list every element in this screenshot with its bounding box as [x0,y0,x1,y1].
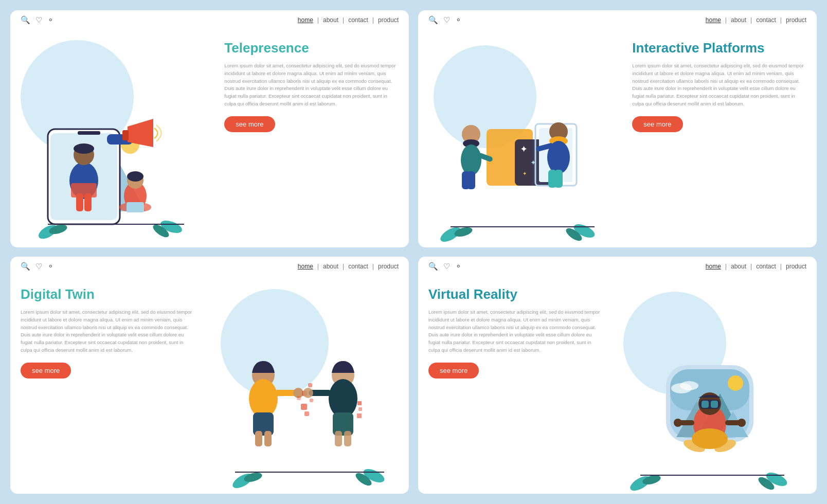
nav-contact-1[interactable]: contact [348,16,368,24]
virtual-reality-svg [630,350,795,494]
svg-point-17 [127,171,143,182]
nav-about-1[interactable]: about [323,16,338,24]
illustration-telepresence [10,30,219,247]
nav-links-2: home | about | contact | product [706,16,806,24]
nav-icons-4: 🔍 ♡ ⚬ [428,262,462,271]
search-icon-4[interactable]: 🔍 [428,262,438,271]
search-icon-1[interactable]: 🔍 [21,15,30,25]
see-more-virtual-reality[interactable]: see more [428,363,479,379]
nav-product-3[interactable]: product [378,263,399,270]
svg-point-99 [738,419,746,427]
svg-rect-62 [304,411,309,416]
lorem-telepresence: Lorem ipsum dolor sit amet, consectetur … [224,62,399,107]
svg-rect-63 [297,396,301,400]
card-title-interactive: Interactive Platforms [632,40,806,56]
nav-about-3[interactable]: about [323,263,338,270]
illustration-interactive: ✦ ✦ ✦ [418,30,627,247]
svg-point-36 [461,145,481,175]
nav-home-2[interactable]: home [706,16,721,24]
svg-rect-91 [702,401,709,408]
svg-point-87 [680,381,698,390]
svg-rect-54 [255,431,262,446]
card-body-3: Digital Twin Lorem ipsum dolor sit amet,… [10,276,409,494]
nav-icons-2: 🔍 ♡ ⚬ [428,15,462,25]
heart-icon-3[interactable]: ♡ [35,262,42,271]
nav-icons-1: 🔍 ♡ ⚬ [21,15,54,25]
svg-rect-73 [357,413,362,418]
text-area-interactive: Interactive Platforms Lorem ipsum dolor … [627,30,817,247]
search-icon-2[interactable]: 🔍 [428,15,438,25]
card-digital-twin: 🔍 ♡ ⚬ home | about | contact | product D… [10,257,409,494]
heart-icon-2[interactable]: ♡ [443,15,450,25]
nav-home-1[interactable]: home [298,16,313,24]
svg-rect-71 [357,401,362,405]
nav-links-1: home | about | contact | product [298,16,399,24]
svg-text:✦: ✦ [520,144,528,154]
interactive-svg: ✦ ✦ ✦ [440,103,605,247]
nav-about-4[interactable]: about [731,263,746,270]
svg-rect-61 [310,399,313,402]
svg-rect-11 [71,183,97,197]
illustration-virtual-reality [608,276,817,494]
svg-rect-14 [122,130,129,140]
svg-rect-5 [78,131,100,135]
card-interactive-platforms: 🔍 ♡ ⚬ home | about | contact | product [418,10,817,247]
lorem-virtual-reality: Lorem ipsum dolor sit amet, consectetur … [428,309,603,354]
card-virtual-reality: 🔍 ♡ ⚬ home | about | contact | product V… [418,257,817,494]
text-area-virtual-reality: Virtual Reality Lorem ipsum dolor sit am… [418,276,608,494]
nav-bar-3: 🔍 ♡ ⚬ home | about | contact | product [10,257,409,276]
nav-contact-4[interactable]: contact [756,263,776,270]
svg-rect-55 [264,431,272,446]
svg-rect-92 [711,401,718,408]
nav-links-4: home | about | contact | product [706,263,806,270]
user-icon-2[interactable]: ⚬ [455,15,462,25]
svg-rect-60 [301,404,307,410]
svg-rect-68 [344,431,351,446]
svg-point-8 [74,143,94,154]
nav-product-2[interactable]: product [786,16,806,24]
lorem-digital-twin: Lorem ipsum dolor sit amet, consectetur … [21,309,195,354]
svg-rect-38 [462,171,470,189]
card-body-1: Telepresence Lorem ipsum dolor sit amet,… [10,30,409,247]
nav-bar-2: 🔍 ♡ ⚬ home | about | contact | product [418,10,817,30]
svg-point-65 [329,379,357,418]
heart-icon-1[interactable]: ♡ [35,15,42,25]
nav-bar-1: 🔍 ♡ ⚬ home | about | contact | product [10,10,409,30]
see-more-digital-twin[interactable]: see more [21,363,71,379]
nav-product-1[interactable]: product [378,16,399,24]
card-telepresence: 🔍 ♡ ⚬ home | about | contact | product [10,10,409,247]
nav-home-3[interactable]: home [298,263,313,270]
svg-point-52 [249,379,278,418]
nav-icons-3: 🔍 ♡ ⚬ [21,262,54,271]
user-icon-1[interactable]: ⚬ [47,15,54,25]
nav-contact-2[interactable]: contact [756,16,776,24]
card-title-telepresence: Telepresence [224,40,399,56]
user-icon-4[interactable]: ⚬ [455,262,462,271]
user-icon-3[interactable]: ⚬ [47,262,54,271]
card-body-4: Virtual Reality Lorem ipsum dolor sit am… [418,276,817,494]
search-icon-3[interactable]: 🔍 [21,262,30,271]
see-more-telepresence[interactable]: see more [224,116,275,132]
svg-point-70 [303,388,313,398]
nav-about-2[interactable]: about [731,16,746,24]
see-more-interactive[interactable]: see more [632,116,682,132]
card-title-virtual-reality: Virtual Reality [428,286,603,302]
heart-icon-4[interactable]: ♡ [443,262,450,271]
digital-twin-svg [214,345,394,494]
svg-rect-59 [308,383,312,387]
svg-rect-20 [127,202,144,212]
text-area-telepresence: Telepresence Lorem ipsum dolor sit amet,… [219,30,409,247]
svg-point-85 [728,375,743,391]
nav-product-4[interactable]: product [786,263,806,270]
svg-rect-67 [335,431,342,446]
svg-rect-72 [358,407,362,411]
svg-point-98 [674,419,682,427]
text-area-digital-twin: Digital Twin Lorem ipsum dolor sit amet,… [10,276,200,494]
card-body-2: ✦ ✦ ✦ [418,30,817,247]
nav-home-4[interactable]: home [706,263,721,270]
svg-rect-44 [548,170,556,188]
nav-contact-3[interactable]: contact [348,263,368,270]
svg-text:✦: ✦ [523,171,527,176]
card-title-digital-twin: Digital Twin [21,286,195,302]
nav-bar-4: 🔍 ♡ ⚬ home | about | contact | product [418,257,817,276]
